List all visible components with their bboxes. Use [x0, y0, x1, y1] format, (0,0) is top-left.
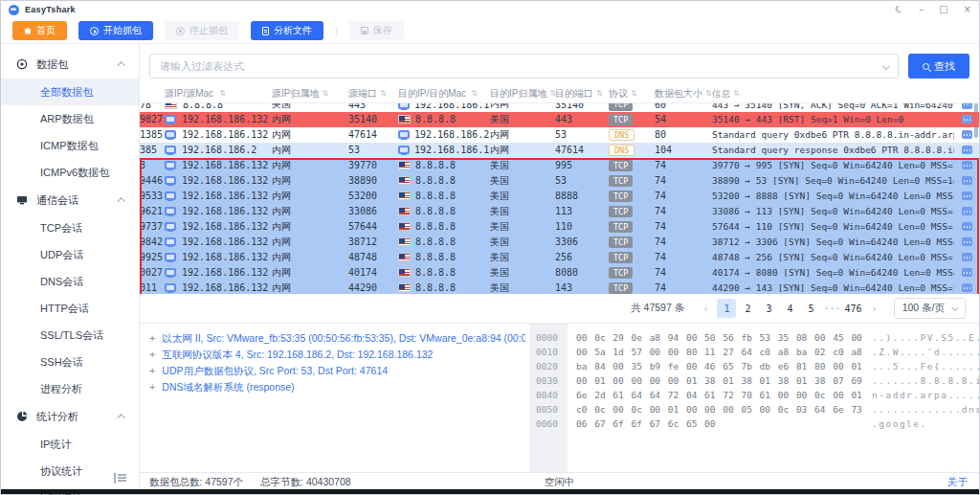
page-number[interactable]: ··· — [822, 299, 841, 318]
sort-icon[interactable]: ⇅ — [471, 90, 478, 98]
sort-icon[interactable]: ⇅ — [733, 90, 740, 98]
page-size-select[interactable]: 100 条/页 — [894, 298, 966, 319]
sidebar-item[interactable]: SSH会话 — [1, 349, 139, 375]
theme-toggle-icon[interactable]: ☾ — [894, 4, 905, 15]
sidebar-item[interactable]: IP统计 — [1, 431, 139, 458]
sidebar-item[interactable]: ICMPv6数据包 — [1, 159, 139, 186]
page-number[interactable]: 3 — [759, 299, 778, 318]
column-dest-location[interactable]: 目的IP归属地⇅ — [490, 87, 555, 101]
page-number[interactable]: 5 — [801, 299, 820, 318]
column-dest-ip[interactable]: 目的IP/目的Mac⇅ — [398, 87, 490, 101]
home-button[interactable]: 首页 — [12, 21, 67, 40]
start-capture-button[interactable]: 开始抓包 — [78, 21, 153, 40]
packet-row[interactable]: 011 192.168.186.132 内网 44290 8.8.8.8 美国 … — [140, 281, 979, 295]
comment-icon[interactable] — [962, 253, 972, 261]
protocol-badge: TCP — [609, 236, 633, 249]
analyze-file-button[interactable]: 分析文件 — [251, 21, 323, 40]
comment-icon[interactable] — [962, 176, 972, 185]
packet-row[interactable]: 9842 192.168.186.132 内网 38712 8.8.8.8 美国… — [140, 235, 979, 250]
page-number[interactable]: 2 — [738, 299, 757, 318]
comment-icon[interactable] — [962, 207, 972, 215]
protocol-badge: TCP — [609, 282, 633, 295]
packet-row[interactable]: 9533 192.168.186.132 内网 53200 8.8.8.8 美国… — [140, 189, 979, 204]
comment-icon[interactable] — [962, 222, 972, 231]
column-dest-port[interactable]: 目的端口⇅ — [555, 87, 609, 101]
packet-row[interactable]: 3 192.168.186.132 内网 39770 8.8.8.8 美国 99… — [140, 158, 979, 173]
sort-icon[interactable]: ⇅ — [631, 90, 637, 98]
packet-row[interactable]: 78 8.8.8.8 美国 443 192.168.186.132 内网 351… — [140, 103, 979, 112]
maximize-button[interactable]: □ — [939, 5, 947, 14]
expand-icon[interactable]: + — [149, 332, 155, 344]
comment-icon[interactable] — [962, 130, 972, 139]
sidebar-item[interactable]: ARP数据包 — [1, 105, 139, 132]
expand-icon[interactable]: + — [149, 365, 155, 376]
comment-icon[interactable] — [962, 115, 972, 124]
column-protocol[interactable]: 协议⇅ — [609, 87, 655, 101]
stop-capture-button[interactable]: 停止抓包 — [165, 21, 239, 40]
packet-row[interactable]: 9827 192.168.186.132 内网 35140 8.8.8.8 美国… — [140, 112, 979, 127]
search-button[interactable]: 查找 — [908, 54, 969, 79]
packet-row[interactable]: 0027 192.168.186.132 内网 40174 8.8.8.8 美国… — [140, 265, 979, 281]
sidebar-item[interactable]: UDP会话 — [1, 241, 139, 268]
column-source-ip[interactable]: 源IP/源Mac⇅ — [165, 87, 272, 101]
page-number[interactable]: 4 — [780, 299, 799, 318]
sidebar-item[interactable]: 全部数据包 — [1, 79, 139, 105]
comment-icon[interactable] — [962, 103, 972, 109]
sidebar-item[interactable]: SSL/TLS会话 — [1, 322, 139, 349]
sidebar-section-sessions[interactable]: 通信会话 — [1, 186, 139, 214]
hex-row[interactable]: 0000 00 0c 29 0e a8 94 00 50 56 fb 53 35… — [529, 330, 979, 345]
hex-row[interactable]: 0050 c0 0c 00 0c 00 01 00 00 00 05 00 0c… — [529, 402, 979, 416]
packet-row[interactable]: 9925 192.168.186.132 内网 48748 8.8.8.8 美国… — [140, 250, 979, 265]
column-packet-size[interactable]: 数据包大小⇅ — [655, 87, 712, 101]
chevron-down-icon — [952, 304, 959, 311]
sort-icon[interactable]: ⇅ — [380, 90, 387, 98]
column-source-port[interactable]: 源端口⇅ — [348, 87, 398, 101]
tree-node[interactable]: +互联网协议版本 4, Src: 192.168.186.2, Dst: 192… — [149, 347, 525, 363]
page-number[interactable]: 476 — [843, 299, 862, 318]
expand-icon[interactable]: + — [149, 381, 155, 393]
hex-row[interactable]: 0030 00 01 00 00 00 00 01 38 01 38 01 38… — [529, 373, 979, 388]
tree-node[interactable]: +UDP用户数据包协议, Src Port: 53, Dst Port: 476… — [149, 363, 525, 379]
sidebar-item[interactable]: HTTP会话 — [1, 295, 139, 322]
hex-row[interactable]: 0060 06 67 6f 6f 67 6c 65 00 .google. — [529, 416, 979, 431]
hex-row[interactable]: 0040 6e 2d 61 64 64 72 04 61 72 70 61 00… — [529, 388, 979, 402]
save-button[interactable]: 保存 — [349, 21, 404, 40]
about-link[interactable]: 关于 — [947, 476, 968, 489]
comment-icon[interactable] — [962, 237, 972, 246]
sort-icon[interactable]: ⇅ — [219, 90, 226, 98]
packet-row[interactable]: 1385 192.168.186.132 内网 47614 192.168.18… — [140, 127, 979, 143]
comment-icon[interactable] — [962, 283, 972, 292]
column-info[interactable]: 信息⇅ — [712, 88, 954, 101]
packet-row[interactable]: 385 192.168.186.2 内网 53 192.168.186.132 … — [140, 143, 979, 158]
hex-row[interactable]: 0010 00 5a 1d 57 00 00 80 11 27 64 c0 a8… — [529, 345, 979, 359]
comment-icon[interactable] — [962, 268, 972, 277]
sidebar-section-packets[interactable]: 数据包 — [1, 50, 139, 79]
comment-icon[interactable] — [962, 146, 972, 154]
sort-icon[interactable]: ⇅ — [596, 90, 603, 98]
sort-icon[interactable]: ⇅ — [705, 90, 712, 98]
packet-row[interactable]: 9621 192.168.186.132 内网 33086 8.8.8.8 美国… — [140, 204, 979, 219]
close-button[interactable]: × — [964, 5, 971, 14]
packet-row[interactable]: 9737 192.168.186.132 内网 57644 8.8.8.8 美国… — [140, 219, 979, 235]
sidebar-collapse-icon[interactable] — [114, 473, 126, 484]
next-page-button[interactable]: › — [866, 303, 881, 314]
sidebar-item[interactable]: DNS会话 — [1, 268, 139, 295]
packet-row[interactable]: 9446 192.168.186.132 内网 38890 8.8.8.8 美国… — [140, 173, 979, 189]
sidebar-item[interactable]: 进程分析 — [1, 375, 139, 402]
prev-page-button[interactable]: ‹ — [698, 303, 713, 314]
sidebar-item[interactable]: TCP会话 — [1, 214, 139, 241]
expand-icon[interactable]: + — [149, 349, 155, 360]
sidebar-item[interactable]: ICMP数据包 — [1, 132, 139, 159]
minimize-button[interactable]: – — [919, 5, 924, 14]
sidebar-section-statistics[interactable]: 统计分析 — [1, 402, 139, 431]
comment-icon[interactable] — [962, 191, 972, 200]
tree-node[interactable]: +DNS域名解析系统 (response) — [149, 379, 525, 395]
filter-input[interactable] — [149, 54, 899, 79]
chevron-up-icon — [117, 197, 124, 205]
tree-node[interactable]: +以太网 II, Src: VMware_fb:53:35 (00:50:56:… — [149, 330, 525, 347]
page-number[interactable]: 1 — [717, 299, 736, 318]
comment-icon[interactable] — [962, 161, 972, 169]
sort-icon[interactable]: ⇅ — [322, 90, 328, 98]
column-source-location[interactable]: 源IP归属地⇅ — [272, 87, 348, 101]
hex-row[interactable]: 0020 ba 84 00 35 b9 fe 00 46 65 7b db e6… — [529, 359, 979, 373]
